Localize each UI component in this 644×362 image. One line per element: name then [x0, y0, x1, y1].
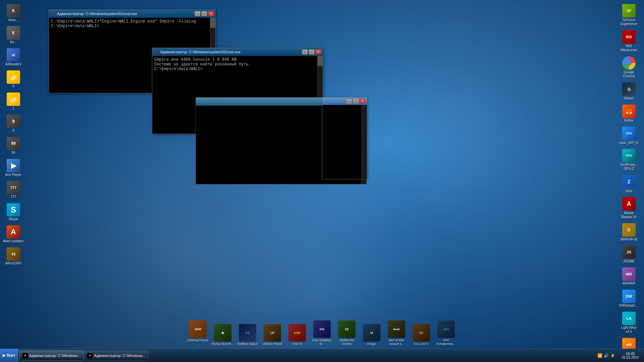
desktop-icon-firefox[interactable]: 🦊 firefox	[617, 103, 641, 124]
cmd-titlebar-1[interactable]: ⬛ Администратор: C:\Windows\system32\cmd…	[49, 10, 215, 18]
tray-icons: 📶 🔊 ⚡	[595, 353, 618, 358]
game-icon-gary-grigsby[interactable]: GG Gary Grigsby's W...	[311, 320, 333, 346]
cmd-title-2: Администратор: C:\Windows\system32\cmd.e…	[160, 50, 301, 54]
taskbar-cmd2-icon: ■	[87, 353, 93, 358]
taskbar-item-cmd1[interactable]: ■ Администратор: C:\Windows...	[19, 350, 84, 361]
cmd-line-c: C:\Empire\data\WALI>	[154, 67, 316, 71]
desktop-icon-google-chrome[interactable]: Google Chrome	[617, 55, 641, 80]
start-button[interactable]: ▶ Start	[0, 349, 18, 362]
cmd-minimize-1[interactable]: ─	[195, 11, 201, 16]
game-icon-men-of-war[interactable]: MoW Men of War Assault S...	[385, 320, 408, 346]
game-taskbar: 1943 Achtung Panzer ... ★ Rising StormR.…	[0, 313, 644, 349]
game-icon-ufo[interactable]: UFO UFO Extraterrestr...	[435, 320, 458, 346]
cmd-maximize-2[interactable]: □	[309, 49, 315, 55]
small-window-buttons: ─ □ ✕	[346, 99, 366, 104]
cmd-icon-2: ⬛	[154, 49, 159, 55]
clock-date: 01.01.2014	[622, 356, 639, 359]
game-icon-rising-storm[interactable]: ★ Rising StormR...	[211, 324, 234, 346]
desktop-icon-9[interactable]: 9 9	[1, 113, 25, 134]
small-window[interactable]: ─ □ ✕	[322, 97, 367, 179]
desktop: К Конк... К Ке... AI AIReader2 📁 8 📁 1 9…	[0, 0, 644, 362]
desktop-icon-1[interactable]: 📁 1	[1, 91, 25, 112]
taskbar-tray: 📶 🔊 ⚡ 18:45 01.01.2014	[592, 352, 644, 359]
taskbar: ▶ Start ■ Администратор: C:\Windows... ■…	[0, 349, 644, 362]
game-icon-endless-space[interactable]: ES Endless Space	[236, 324, 259, 346]
desktop-icon-geforce[interactable]: GF GeForce Experience	[617, 3, 641, 27]
cmd-line-2: C:\Empire\data\WALI>	[51, 24, 209, 28]
desktop-icon-darkcoin[interactable]: D darkcoin-qt	[617, 222, 641, 243]
cmd-title-1: Администратор: C:\Windows\system32\cmd.e…	[57, 12, 193, 16]
game-icon-ksd3[interactable]: KSD KSD III	[286, 324, 309, 346]
left-icon-column: К Конк... К Ке... AI AIReader2 📁 8 📁 1 9…	[0, 0, 27, 269]
tray-network-icon: 📶	[597, 353, 602, 358]
small-scrollbar[interactable]	[362, 105, 367, 179]
cmd-line-b: Системе не удается найти указанный путь.	[154, 62, 316, 67]
desktop-icon-steam[interactable]: ♨ Steam	[617, 81, 641, 102]
desktop-icon-msi[interactable]: MSI MSI Afterburner	[617, 29, 641, 54]
cmd-buttons-2: ─ □ ✕	[302, 49, 321, 55]
desktop-icon-konk[interactable]: К Конк...	[1, 3, 25, 23]
cmd-icon-1: ⬛	[50, 11, 56, 16]
cmd-line-1: C:\Empire\data\WALI>"Engine/WALI_Engine.…	[51, 19, 209, 24]
game-icon-lifeless-planet[interactable]: LP Lifeless Planet	[261, 324, 284, 346]
desktop-icon-8[interactable]: 📁 8	[1, 69, 25, 90]
taskbar-cmd1-label: Администратор: C:\Windows...	[29, 354, 80, 358]
desktop-icon-techpowerup[interactable]: GPU TechPowe... GPU-Z	[617, 147, 641, 172]
taskbar-cmd1-icon: ■	[22, 353, 28, 358]
cmd-buttons-1: ─ □ ✕	[195, 11, 214, 16]
game-icon-stubbs-zombie[interactable]: SZ Stubbs the Zombie	[335, 320, 358, 346]
taskbar-cmd2-label: Администратор: C:\Windows...	[94, 354, 145, 358]
taskbar-item-cmd2[interactable]: ■ Администратор: C:\Windows...	[84, 350, 148, 361]
small-titlebar[interactable]: ─ □ ✕	[322, 98, 367, 105]
taskbar-items: ■ Администратор: C:\Windows... ■ Админис…	[18, 349, 592, 362]
tray-battery-icon: ⚡	[610, 353, 615, 358]
game-icon-fallout2[interactable]: F2 FALLOUT2	[410, 324, 433, 346]
desktop-icon-adobe-reader[interactable]: A Adobe Reader XI	[617, 196, 641, 221]
desktop-icon-africa1943[interactable]: 43 Africa1943	[1, 246, 25, 267]
desktop-icon-ace-player[interactable]: ▶ Ace Player	[1, 158, 25, 178]
right-icon-column: GF GeForce Experience MSI MSI Afterburne…	[614, 0, 644, 362]
cmd-titlebar-2[interactable]: ⬛ Администратор: C:\Windows\system32\cmd…	[152, 48, 323, 56]
desktop-icon-winrar[interactable]: WR WinRAR	[617, 266, 641, 287]
desktop-icon-skype[interactable]: S Skype	[1, 202, 25, 223]
cmd-scrollbar-thumb-1	[210, 18, 215, 28]
small-content	[322, 105, 367, 179]
taskbar-clock: 18:45 01.01.2014	[619, 352, 641, 359]
desktop-icon-cpuz[interactable]: Z cpuz	[617, 174, 641, 194]
desktop-icon-cpuz-x64[interactable]: CPU cpuz_x64_ru	[617, 125, 641, 146]
small-close[interactable]: ✕	[360, 99, 366, 104]
cmd-line-a: Empire.exe 4488 Console 1 6 848 KB	[154, 57, 316, 62]
desktop-icon-ke[interactable]: К Ке...	[1, 25, 25, 46]
cmd-scrollbar-thumb-2	[317, 56, 323, 66]
cmd-close-1[interactable]: ✕	[208, 11, 214, 16]
tray-volume-icon: 🔊	[604, 353, 609, 358]
cmd-maximize-1[interactable]: □	[201, 11, 207, 16]
small-minimize[interactable]: ─	[346, 99, 352, 104]
desktop-icon-777[interactable]: 777 777	[1, 180, 25, 200]
desktop-icon-aireader2[interactable]: AI AIReader2	[1, 47, 25, 68]
desktop-icon-alien-isolation[interactable]: A Alien Isolation	[1, 224, 25, 245]
small-restore[interactable]: □	[353, 99, 359, 104]
desktop-icon-99[interactable]: 99 99	[1, 135, 25, 156]
desktop-icon-jsgme[interactable]: JS JSGME	[617, 244, 641, 265]
game-icon-achtung[interactable]: 1943 Achtung Panzer ...	[186, 320, 209, 346]
cmd-close-2[interactable]: ✕	[315, 49, 321, 55]
desktop-icon-dwsetup[interactable]: DW DWSetupC...	[617, 288, 641, 309]
game-icon-inv4go[interactable]: I4 Inv4go	[360, 324, 383, 346]
clock-time: 18:45	[622, 352, 639, 356]
cmd-minimize-2[interactable]: ─	[302, 49, 308, 55]
